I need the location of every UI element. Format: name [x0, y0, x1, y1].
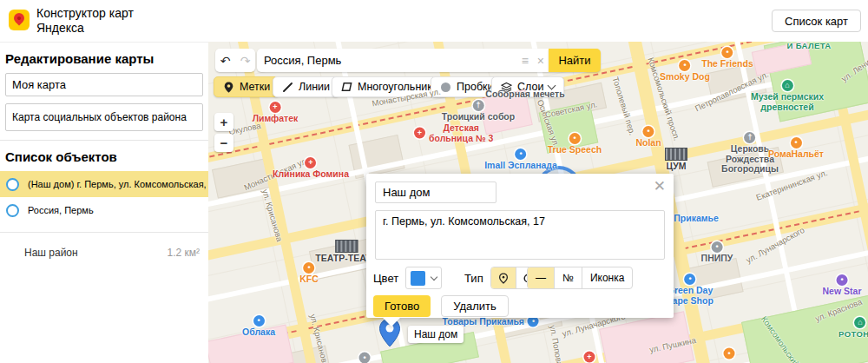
object-label: Россия, Пермь [28, 205, 94, 215]
done-button[interactable]: Готово [373, 295, 431, 317]
maps-list-button[interactable]: Список карт [772, 10, 861, 32]
yandex-logo-icon [9, 10, 30, 30]
street-label: ул. Ленина [839, 52, 868, 84]
building-sprite-icon [665, 148, 687, 161]
placemark-circle-icon [6, 204, 19, 217]
poi-label: ЦУМ [667, 162, 687, 172]
color-label: Цвет [373, 272, 398, 285]
color-dropdown[interactable] [405, 267, 442, 289]
object-item-russia-perm[interactable]: Россия, Пермь [0, 197, 208, 223]
dot-icon: • [724, 348, 735, 360]
museum-icon: ⌂ [782, 80, 793, 91]
type-label: Тип [464, 272, 483, 285]
poi-label: The Friends [701, 59, 753, 69]
map-poi: ЦУМ [665, 148, 687, 172]
map-poi: •ПНИПУ [701, 241, 733, 264]
grad-icon: • [711, 241, 722, 253]
poi-label: Nolan [635, 138, 661, 148]
street-label: ул. Крисанова [260, 188, 285, 243]
dot-icon: • [679, 60, 690, 71]
medical-icon: + [414, 128, 425, 139]
church-icon: † [473, 100, 484, 111]
map-poi: + [584, 352, 595, 363]
museum-icon: ⌂ [854, 317, 865, 328]
zoom-out-button[interactable]: − [214, 134, 233, 152]
poi-label: Green DayVape Shop [667, 286, 713, 306]
placemark-label-chip: Наш дом [408, 326, 464, 343]
poi-label: Соборная мечеть [485, 89, 564, 100]
map-poi: • [359, 353, 371, 363]
map-name-input[interactable] [5, 73, 203, 96]
search-list-icon[interactable]: ≡ [517, 54, 533, 68]
map-poi: • [724, 348, 735, 360]
pin-icon [499, 273, 508, 284]
close-icon[interactable]: ✕ [654, 179, 666, 194]
placemark-edit-balloon: ✕ г. Пермь, ул. Комсомольская, 17 Цвет Т… [366, 174, 674, 318]
map-poi: •The Friends [701, 47, 753, 69]
map-poi: +Лимфатек [253, 102, 299, 124]
placemark-description-input[interactable]: г. Пермь, ул. Комсомольская, 17 [375, 210, 665, 260]
poi-label: Smoky Dog [660, 72, 710, 82]
poi-label: РОТОНДА [838, 329, 868, 340]
map-poi: •Облака [242, 315, 275, 338]
medical-icon: + [305, 157, 316, 168]
poi-label: KFC [299, 274, 319, 285]
area-value: 1.2 км² [167, 247, 200, 259]
street-label: Советская ул. [544, 99, 598, 119]
zoom-in-button[interactable]: + [214, 113, 233, 131]
dot-icon: • [304, 262, 315, 274]
edit-map-heading: Редактирование карты [5, 51, 203, 66]
map-pin-icon [12, 11, 27, 26]
type-pin-option[interactable] [491, 267, 516, 288]
find-button[interactable]: Найти [549, 49, 601, 72]
map-poi: ТЕАТР ОПЕРЫИ БАЛЕТА [777, 42, 841, 50]
poi-label: Imall Эспланада [484, 161, 557, 171]
sidebar: Редактирование карты Карта социальных об… [0, 42, 208, 363]
street-label: ул. Пушкина [648, 335, 697, 354]
search-input[interactable] [257, 54, 517, 67]
map-poi: •New Star [823, 274, 862, 297]
map-poi: †Троицкий собор [442, 100, 515, 122]
map-canvas[interactable]: ОкуловаМонастырская ул.Монастырская ул.у… [208, 42, 868, 363]
area-label: Наш район [24, 247, 78, 259]
undo-button[interactable]: ↶ [220, 54, 231, 68]
street-label: ул. Крисанова [308, 313, 331, 363]
map-description-input[interactable]: Карта социальных объектов района [5, 103, 203, 131]
map-poi: +Детскаябольница № 3 [414, 123, 493, 143]
placemark-circle-icon [6, 178, 19, 191]
map-poi: +Клиника Фомина [273, 157, 349, 180]
objects-list-heading: Список объектов [5, 149, 203, 164]
dot-icon: • [790, 137, 801, 148]
chevron-down-icon [431, 274, 437, 280]
search-clear-icon[interactable]: × [533, 54, 549, 68]
dot-icon: • [253, 315, 265, 327]
map-poi: ⌂РОТОНДА [838, 317, 868, 340]
redo-button[interactable]: ↷ [240, 54, 251, 68]
delete-button[interactable]: Удалить [441, 295, 509, 317]
style-dash-option[interactable]: — [528, 267, 554, 288]
style-number-option[interactable]: № [554, 267, 582, 288]
map-poi: •Imall Эспланада [484, 148, 557, 171]
dot-icon: • [642, 126, 654, 137]
divider [0, 232, 208, 233]
divider [0, 140, 208, 141]
map-poi: •Nolan [635, 126, 661, 148]
dot-icon: • [569, 133, 580, 144]
dot-icon: • [515, 148, 526, 160]
style-icon-option[interactable]: Иконка [582, 267, 633, 288]
poi-label: New Star [823, 287, 862, 297]
placemark-name-input[interactable] [375, 182, 496, 203]
map-poi: Соборная мечеть [485, 89, 564, 100]
poi-label: Троицкий собор [442, 112, 515, 122]
map-poi: •KFC [299, 262, 319, 285]
poi-label: РомаНальёт [768, 149, 824, 160]
poi-label: Клиника Фомина [273, 169, 349, 180]
map-poi: •РомаНальёт [768, 137, 824, 160]
object-item-nash-dom[interactable]: (Наш дом) г. Пермь, ул. Комсомольская, 1… [0, 171, 208, 197]
street-label: ул. Луначарского [744, 225, 806, 265]
style-segment: — № Иконка [527, 267, 633, 289]
app-title: Конструктор карт Яндекса [36, 6, 134, 36]
medical-icon: + [584, 352, 595, 363]
medical-icon: + [270, 102, 281, 113]
search-box: ≡ × [257, 49, 549, 72]
